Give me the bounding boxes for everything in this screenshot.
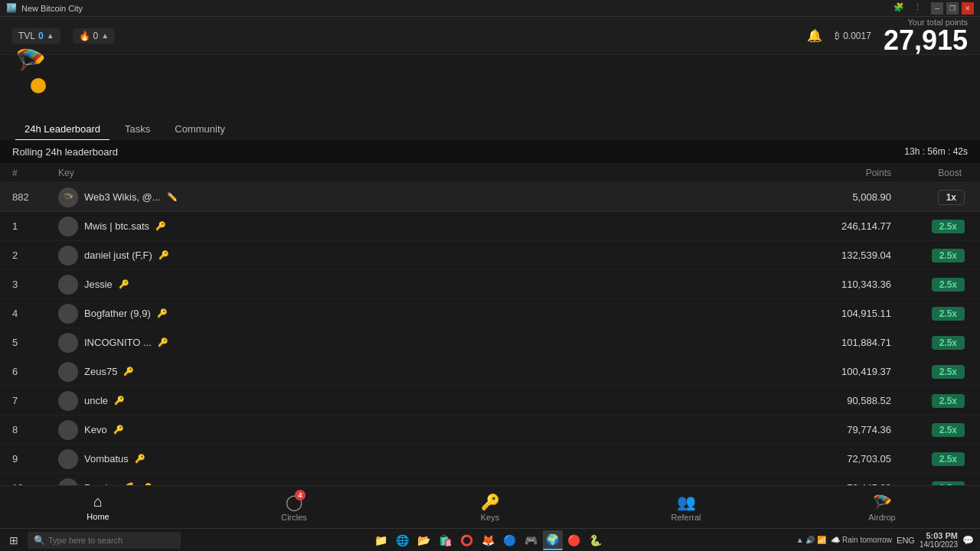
nav-home[interactable]: ⌂ Home <box>0 493 196 521</box>
nav-referral[interactable]: 👥 Referral <box>588 493 784 522</box>
nav-airdrop-label: Airdrop <box>868 513 895 522</box>
taskbar-app-python[interactable]: 🐍 <box>586 530 606 550</box>
notification-icon[interactable]: 🔔 <box>807 28 822 43</box>
taskbar-app-explorer[interactable]: 📁 <box>371 530 391 550</box>
row-boost: 2.5x <box>891 249 968 262</box>
row-boost: 2.5x <box>891 278 968 292</box>
row-avatar <box>58 246 78 266</box>
row-rank: 2 <box>12 249 58 261</box>
col-key: Key <box>58 168 784 178</box>
my-name: Web3 Wikis, @... <box>84 191 161 203</box>
weather-info: ☁️ Rain tomorrow <box>831 536 892 544</box>
title-bar: 🏙️ New Bitcoin City 🧩 ⋮ ─ ❐ ✕ <box>0 0 980 17</box>
table-row: 8 Kevo 🔑 79,774.36 2.5x <box>0 416 980 445</box>
row-rank: 6 <box>12 366 58 377</box>
taskbar-app-red[interactable]: 🔴 <box>564 530 584 550</box>
title-bar-left: 🏙️ New Bitcoin City <box>6 3 83 13</box>
taskbar-app-store[interactable]: 🛍️ <box>436 530 456 550</box>
key-icon: 🔑 <box>123 367 134 377</box>
circles-badge-container: ◯ 4 <box>286 493 302 511</box>
tab-tasks[interactable]: Tasks <box>116 119 159 141</box>
tvl-arrow: ▲ <box>47 31 54 40</box>
nav-airdrop[interactable]: 🪂 Airdrop <box>784 493 980 522</box>
taskbar-app-edge[interactable]: 🌐 <box>393 530 413 550</box>
row-boost: 2.5x <box>891 220 968 233</box>
row-points: 90,588.52 <box>784 395 891 406</box>
leaderboard-list: 1 Mwis | btc.sats 🔑 246,114.77 2.5x 2 da… <box>0 212 980 508</box>
bottom-nav: ⌂ Home ◯ 4 Circles 🔑 Keys 👥 Referral 🪂 A… <box>0 485 980 528</box>
row-key: Vombatus 🔑 <box>58 449 784 469</box>
taskbar-app-game[interactable]: 🎮 <box>521 530 541 550</box>
my-avatar: 🪂 <box>58 187 78 207</box>
taskbar-app-folder2[interactable]: 📂 <box>414 530 434 550</box>
row-rank: 3 <box>12 279 58 290</box>
my-edit-icon[interactable]: ✏️ <box>167 192 178 202</box>
row-key: daniel just (F,F) 🔑 <box>58 246 784 266</box>
tab-24h-leaderboard[interactable]: 24h Leaderboard <box>15 119 109 141</box>
total-points-block: Your total points 27,915 <box>884 18 968 54</box>
puzzle-icon: 🧩 <box>893 2 904 15</box>
key-icon: 🔑 <box>135 454 145 464</box>
col-points: Points <box>784 168 891 178</box>
taskbar-app-opera[interactable]: ⭕ <box>457 530 477 550</box>
search-bar[interactable]: 🔍 <box>28 532 181 549</box>
boost-badge: 2.5x <box>932 365 965 379</box>
referral-icon: 👥 <box>677 493 696 511</box>
sys-tray-icons: ▲ 🔊 📶 <box>796 536 826 544</box>
row-name: Vombatus <box>84 453 129 465</box>
row-rank: 7 <box>12 395 58 406</box>
token-arrow: ▲ <box>101 31 109 40</box>
taskbar-app-firefox[interactable]: 🦊 <box>479 530 498 550</box>
row-points: 132,539.04 <box>784 249 891 261</box>
row-rank: 8 <box>12 424 58 435</box>
start-button[interactable]: ⊞ <box>3 530 24 551</box>
search-input[interactable] <box>48 536 171 545</box>
col-boost: Boost <box>891 168 968 178</box>
table-header: # Key Points Boost <box>0 163 980 183</box>
row-boost: 2.5x <box>891 365 968 379</box>
row-key: Kevo 🔑 <box>58 420 784 440</box>
close-button[interactable]: ✕ <box>962 2 974 15</box>
row-boost: 2.5x <box>891 452 968 466</box>
my-rank: 882 <box>12 191 58 203</box>
key-icon: 🔑 <box>113 425 124 435</box>
title-bar-controls: 🧩 ⋮ ─ ❐ ✕ <box>893 2 974 15</box>
notification-center-icon[interactable]: 💬 <box>962 535 974 546</box>
taskbar-app-blue[interactable]: 🔵 <box>500 530 520 550</box>
row-rank: 5 <box>12 337 58 348</box>
tvl-value: 0 <box>38 31 44 41</box>
token-icon: 🔥 <box>79 31 90 41</box>
wallet-display: ₿ 0.0017 <box>835 31 871 41</box>
row-boost: 2.5x <box>891 394 968 408</box>
leaderboard-title: Rolling 24h leaderboard <box>12 146 118 158</box>
row-key: Zeus75 🔑 <box>58 362 784 382</box>
row-rank: 9 <box>12 453 58 465</box>
wallet-value: 0.0017 <box>843 31 871 41</box>
row-avatar <box>58 391 78 411</box>
nav-circles[interactable]: ◯ 4 Circles <box>196 493 392 522</box>
boost-badge: 2.5x <box>932 278 965 292</box>
boost-badge: 2.5x <box>932 452 965 466</box>
row-points: 110,343.36 <box>784 279 891 290</box>
row-name: uncle <box>84 395 108 406</box>
row-boost: 2.5x <box>891 307 968 321</box>
nav-keys[interactable]: 🔑 Keys <box>392 493 588 522</box>
tab-community[interactable]: Community <box>165 119 234 141</box>
taskbar-app-globe[interactable]: 🌍 <box>543 530 563 550</box>
row-avatar <box>58 449 78 469</box>
wallet-icon: ₿ <box>835 31 840 41</box>
nav-referral-label: Referral <box>671 513 701 522</box>
row-name: daniel just (F,F) <box>84 249 152 261</box>
restore-button[interactable]: ❐ <box>946 2 959 15</box>
token-value: 0 <box>93 31 99 41</box>
row-name: Mwis | btc.sats <box>84 220 149 232</box>
row-avatar <box>58 275 78 295</box>
row-avatar <box>58 217 78 236</box>
row-key: Jessie 🔑 <box>58 275 784 295</box>
table-row: 7 uncle 🔑 90,588.52 2.5x <box>0 386 980 416</box>
minimize-button[interactable]: ─ <box>931 2 943 15</box>
circles-badge: 4 <box>295 490 305 500</box>
row-points: 72,703.05 <box>784 453 891 465</box>
table-row: 9 Vombatus 🔑 72,703.05 2.5x <box>0 445 980 474</box>
leaderboard-header-bar: Rolling 24h leaderboard 13h : 56m : 42s <box>0 140 980 163</box>
